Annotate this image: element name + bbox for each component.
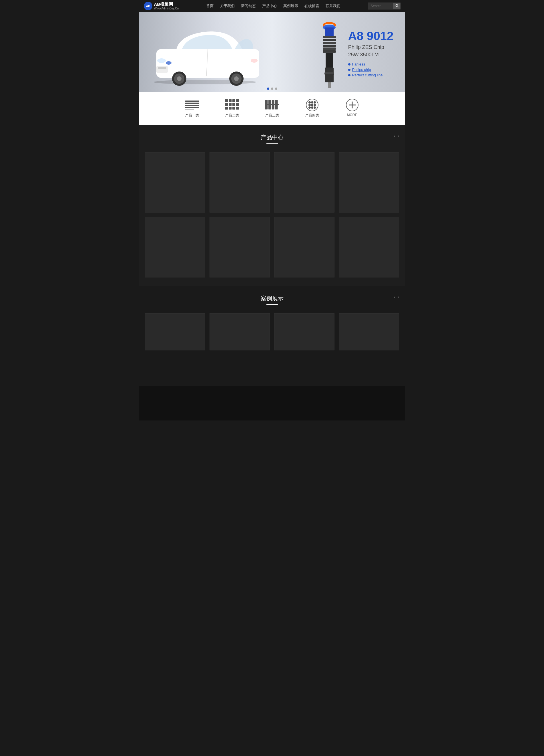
category-item-more[interactable]: MORE (332, 96, 372, 121)
case-section-underline (267, 304, 278, 305)
svg-rect-35 (185, 107, 199, 108)
svg-rect-31 (328, 82, 331, 88)
svg-rect-36 (185, 109, 194, 110)
search-icon (395, 4, 399, 7)
nav-cases[interactable]: 案例展示 (280, 0, 301, 12)
svg-rect-23 (323, 42, 336, 44)
svg-rect-33 (185, 103, 199, 104)
category-item-3[interactable]: 产品三类 (252, 96, 292, 121)
case-section-title: 案例展示 (145, 295, 399, 302)
category-item-2[interactable]: 产品二类 (212, 96, 252, 121)
svg-rect-45 (225, 107, 228, 110)
feature-dot (348, 69, 350, 71)
search-button[interactable] (394, 3, 400, 9)
feature-dot (348, 74, 350, 76)
svg-rect-25 (323, 47, 336, 50)
svg-rect-38 (229, 99, 232, 102)
product-section: 产品中心 ‹ › (139, 125, 405, 286)
svg-rect-43 (233, 103, 235, 106)
search-input[interactable] (368, 3, 394, 9)
svg-point-60 (313, 104, 316, 106)
svg-text:AB: AB (146, 5, 150, 8)
banner-features-list: Fanless Philips chip Perfect cutting lin… (348, 62, 394, 77)
svg-rect-40 (236, 99, 239, 102)
nav-message[interactable]: 在线留言 (301, 0, 322, 12)
banner-text-block: A8 9012 Philip ZES Chip 25W 3500LM Fanle… (348, 29, 394, 78)
case-prev-button[interactable]: ‹ (394, 295, 395, 300)
svg-rect-47 (233, 107, 235, 110)
svg-point-10 (251, 59, 258, 63)
svg-point-13 (177, 76, 182, 81)
product-card-5[interactable] (145, 217, 205, 277)
category-label-more: MORE (347, 113, 357, 117)
banner-dot-1[interactable] (267, 88, 269, 90)
case-section: 案例展示 ‹ › (139, 286, 405, 386)
category-icon-1 (185, 99, 199, 111)
feature-item-1: Fanless (348, 62, 394, 66)
svg-rect-5 (156, 49, 259, 78)
nav-news[interactable]: 新闻动态 (238, 0, 259, 12)
category-label-1: 产品一类 (185, 113, 199, 118)
case-card-1[interactable] (145, 313, 205, 350)
svg-rect-37 (225, 99, 228, 102)
svg-point-56 (311, 101, 313, 104)
svg-point-61 (308, 106, 311, 109)
product-prev-button[interactable]: ‹ (394, 134, 395, 139)
case-card-3[interactable] (274, 313, 334, 350)
product-card-3[interactable] (274, 152, 334, 213)
category-item-4[interactable]: 产品四类 (292, 96, 332, 121)
case-nav: ‹ › (394, 295, 399, 300)
svg-point-57 (313, 101, 316, 104)
category-label-3: 产品三类 (265, 113, 279, 118)
product-card-6[interactable] (210, 217, 270, 277)
product-card-7[interactable] (274, 217, 334, 277)
nav-home[interactable]: 首页 (203, 0, 217, 12)
banner-bulb-image (316, 19, 342, 89)
logo[interactable]: AB AB模板网 Www.AdminBuy.Cn (144, 1, 179, 11)
category-label-2: 产品二类 (225, 113, 239, 118)
banner-dot-2[interactable] (271, 88, 273, 90)
logo-icon: AB (144, 1, 153, 11)
logo-main-text: AB模板网 (154, 2, 179, 7)
case-card-2[interactable] (210, 313, 270, 350)
product-next-button[interactable]: › (398, 134, 399, 139)
banner-subtitle: Philip ZES Chip (348, 44, 394, 50)
nav-about[interactable]: 关于我们 (217, 0, 238, 12)
category-icon-3 (265, 99, 279, 111)
case-card-4[interactable] (339, 313, 399, 350)
site-header: AB AB模板网 Www.AdminBuy.Cn 首页 关于我们 新闻动态 产品… (139, 0, 405, 12)
svg-point-2 (396, 5, 398, 7)
product-card-1[interactable] (145, 152, 205, 213)
case-next-button[interactable]: › (398, 295, 399, 300)
svg-rect-39 (233, 99, 235, 102)
banner-pagination (267, 88, 277, 90)
banner-subtitle2: 25W 3500LM (348, 52, 394, 58)
product-nav: ‹ › (394, 134, 399, 139)
search-box (368, 3, 400, 9)
svg-rect-22 (323, 39, 336, 41)
svg-point-55 (308, 101, 311, 104)
product-grid (145, 152, 399, 277)
svg-point-9 (157, 58, 166, 63)
svg-rect-21 (323, 36, 336, 38)
svg-rect-26 (323, 50, 336, 53)
banner-dot-3[interactable] (275, 88, 277, 90)
category-icon-4 (305, 99, 319, 111)
category-item-1[interactable]: 产品一类 (172, 96, 212, 121)
product-card-2[interactable] (210, 152, 270, 213)
product-card-8[interactable] (339, 217, 399, 277)
bulb-svg (316, 19, 342, 88)
svg-rect-24 (323, 45, 336, 47)
svg-rect-48 (236, 107, 239, 110)
product-section-title: 产品中心 (145, 134, 399, 141)
category-label-4: 产品四类 (305, 113, 319, 118)
car-svg (148, 23, 268, 86)
svg-point-58 (308, 104, 311, 106)
svg-rect-32 (185, 101, 199, 102)
hero-banner: A8 9012 Philip ZES Chip 25W 3500LM Fanle… (139, 12, 405, 92)
nav-contact[interactable]: 联系我们 (323, 0, 343, 12)
svg-rect-27 (325, 53, 333, 68)
nav-products[interactable]: 产品中心 (259, 0, 280, 12)
svg-rect-20 (325, 27, 333, 36)
product-card-4[interactable] (339, 152, 399, 213)
